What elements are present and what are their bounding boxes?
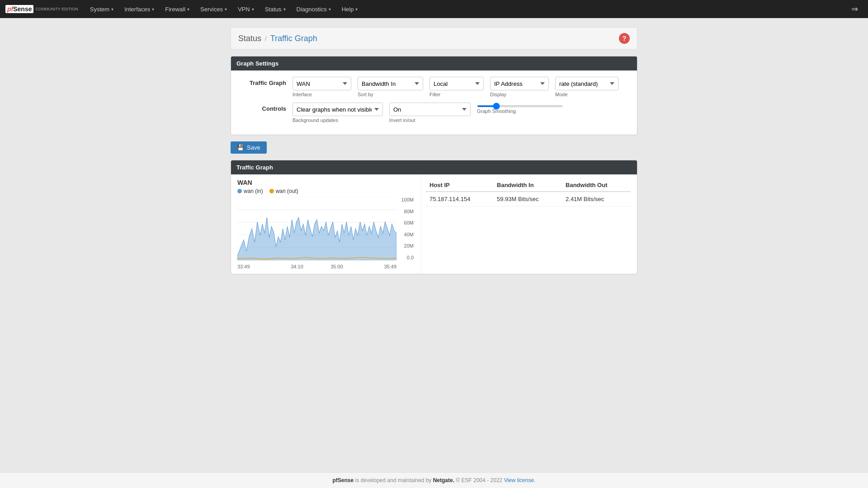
chevron-down-icon: ▾	[225, 7, 227, 12]
smoothing-slider[interactable]	[477, 105, 563, 107]
floppy-icon: 💾	[237, 144, 244, 151]
sort-by-select[interactable]: Bandwidth In Bandwidth Out Total Bandwid…	[358, 77, 423, 90]
footer-middle-text: is developed and maintained by	[355, 477, 433, 483]
footer-copyright: © ESF 2004 - 2022	[456, 477, 504, 483]
legend-in-label: wan (in)	[244, 188, 263, 194]
legend-in: wan (in)	[237, 188, 263, 194]
chart-svg-area	[237, 197, 396, 260]
filter-group: Local Remote All Filter	[429, 77, 484, 97]
nav-system[interactable]: System ▾	[85, 0, 118, 18]
invert-select[interactable]: On Off	[389, 103, 471, 116]
nav-vpn[interactable]: VPN ▾	[233, 0, 259, 18]
brand-logo[interactable]: pfSense COMMUNITY EDITION	[5, 5, 78, 13]
interface-select[interactable]: WAN LAN OPT1	[292, 77, 351, 90]
background-updates-select[interactable]: Clear graphs when not visible. Keep grap…	[292, 103, 383, 116]
filter-field-label: Filter	[429, 92, 484, 97]
footer-brand: pfSense	[333, 477, 354, 483]
legend-out: wan (out)	[269, 188, 298, 194]
interface-group: WAN LAN OPT1 Interface	[292, 77, 351, 97]
background-updates-group: Clear graphs when not visible. Keep grap…	[292, 103, 383, 123]
svg-marker-6	[237, 217, 396, 260]
traffic-graph-panel-body: WAN wan (in) wan (out)	[231, 174, 637, 274]
chevron-down-icon: ▾	[329, 7, 331, 12]
traffic-table: Host IP Bandwidth In Bandwidth Out 75.18…	[426, 179, 631, 206]
filter-select[interactable]: Local Remote All	[429, 77, 484, 90]
graph-settings-heading: Graph Settings	[231, 56, 637, 70]
sort-by-field-label: Sort by	[358, 92, 423, 97]
display-group: IP Address Hostname FQDN Display	[490, 77, 549, 97]
mode-select[interactable]: rate (standard) rate (bits) cumulative	[555, 77, 618, 90]
breadcrumb: Status / Traffic Graph ?	[231, 27, 637, 50]
footer: pfSense is developed and maintained by N…	[0, 472, 868, 488]
graph-area: WAN wan (in) wan (out)	[231, 174, 637, 274]
chart-x-labels: 33:49 34:10 35:00 35:49	[237, 264, 396, 269]
sort-by-group: Bandwidth In Bandwidth Out Total Bandwid…	[358, 77, 423, 97]
controls-label: Controls	[238, 103, 292, 112]
page-content: Status / Traffic Graph ? Graph Settings …	[231, 18, 637, 290]
chart-legend: wan (in) wan (out)	[237, 188, 416, 194]
navbar: pfSense COMMUNITY EDITION System ▾ Inter…	[0, 0, 868, 18]
breadcrumb-parent: Status	[238, 34, 261, 43]
nav-diagnostics[interactable]: Diagnostics ▾	[292, 0, 335, 18]
legend-out-label: wan (out)	[276, 188, 298, 194]
traffic-chart-svg	[237, 197, 396, 260]
chevron-down-icon: ▾	[187, 7, 189, 12]
save-button[interactable]: 💾 Save	[231, 141, 267, 154]
footer-netgate: Netgate.	[433, 477, 454, 483]
col-bandwidth-in: Bandwidth In	[493, 179, 562, 192]
col-bandwidth-out: Bandwidth Out	[562, 179, 631, 192]
breadcrumb-current: Traffic Graph	[270, 34, 317, 43]
chevron-down-icon: ▾	[152, 7, 154, 12]
logo-subtitle: COMMUNITY EDITION	[35, 7, 78, 11]
controls-fields: Clear graphs when not visible. Keep grap…	[292, 103, 630, 123]
nav-firewall[interactable]: Firewall ▾	[160, 0, 194, 18]
table-body: 75.187.114.154 59.93M Bits/sec 2.41M Bit…	[426, 192, 631, 206]
graph-settings-panel: Graph Settings Traffic Graph WAN LAN OPT…	[231, 56, 637, 135]
interface-field-label: Interface	[292, 92, 351, 97]
chevron-down-icon: ▾	[355, 7, 358, 12]
chart-y-labels: 100M 80M 60M 40M 20M 0.0	[396, 197, 414, 260]
traffic-graph-label: Traffic Graph	[238, 77, 292, 86]
nav-help[interactable]: Help ▾	[337, 0, 363, 18]
chevron-down-icon: ▾	[252, 7, 254, 12]
nav-logout-icon[interactable]: ⇒	[847, 4, 863, 14]
mode-group: rate (standard) rate (bits) cumulative M…	[555, 77, 618, 97]
cell-host-ip: 75.187.114.154	[426, 192, 493, 206]
smoothing-label: Graph Smoothing	[477, 108, 563, 114]
nav-status[interactable]: Status ▾	[260, 0, 290, 18]
display-select[interactable]: IP Address Hostname FQDN	[490, 77, 549, 90]
table-header: Host IP Bandwidth In Bandwidth Out	[426, 179, 631, 192]
invert-field-label: Invert in/out	[389, 117, 471, 123]
chart-wrapper: 100M 80M 60M 40M 20M 0.0 33:49 34:10 35:…	[237, 197, 414, 269]
chart-title: WAN	[237, 179, 416, 186]
save-row: 💾 Save	[231, 141, 637, 154]
col-host-ip: Host IP	[426, 179, 493, 192]
mode-field-label: Mode	[555, 92, 618, 97]
help-button[interactable]: ?	[619, 33, 630, 44]
traffic-graph-panel-heading: Traffic Graph	[231, 160, 637, 174]
background-updates-label: Background updates	[292, 117, 383, 123]
cell-bandwidth-out: 2.41M Bits/sec	[562, 192, 631, 206]
logo-pf: pfSense	[5, 5, 33, 13]
display-field-label: Display	[490, 92, 549, 97]
chevron-down-icon: ▾	[111, 7, 113, 12]
smoothing-group: Graph Smoothing	[477, 103, 563, 114]
invert-group: On Off Invert in/out	[389, 103, 471, 123]
traffic-graph-panel: Traffic Graph WAN wan (in) wan (out)	[231, 160, 637, 274]
footer-license-link[interactable]: View license.	[504, 477, 536, 483]
nav-interfaces[interactable]: Interfaces ▾	[120, 0, 159, 18]
table-row: 75.187.114.154 59.93M Bits/sec 2.41M Bit…	[426, 192, 631, 206]
traffic-table-container: Host IP Bandwidth In Bandwidth Out 75.18…	[421, 174, 637, 274]
controls-row: Controls Clear graphs when not visible. …	[238, 103, 630, 123]
breadcrumb-separator: /	[265, 35, 267, 42]
legend-in-dot	[237, 189, 242, 193]
traffic-graph-controls: WAN LAN OPT1 Interface Bandwidth In Band…	[292, 77, 630, 97]
cell-bandwidth-in: 59.93M Bits/sec	[493, 192, 562, 206]
graph-settings-body: Traffic Graph WAN LAN OPT1 Interface Ban…	[231, 70, 637, 135]
traffic-graph-row: Traffic Graph WAN LAN OPT1 Interface Ban…	[238, 77, 630, 97]
chart-container: WAN wan (in) wan (out)	[231, 174, 421, 274]
chevron-down-icon: ▾	[283, 7, 286, 12]
nav-services[interactable]: Services ▾	[196, 0, 231, 18]
legend-out-dot	[269, 189, 274, 193]
